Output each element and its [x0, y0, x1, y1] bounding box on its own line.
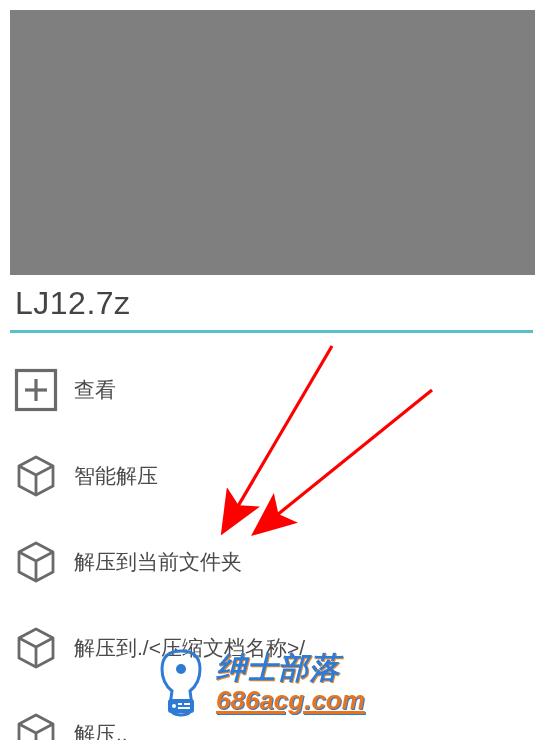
watermark-url: 686acg.com	[216, 685, 365, 716]
cube-icon	[14, 540, 58, 584]
menu-item-label: 解压..	[74, 720, 128, 741]
avatar-icon	[150, 643, 212, 721]
filename-title: LJ12.7z	[15, 285, 543, 322]
menu-item-smart-extract[interactable]: 智能解压	[14, 443, 529, 509]
divider	[10, 330, 533, 333]
cube-icon	[14, 626, 58, 670]
menu-item-label: 解压到当前文件夹	[74, 548, 242, 576]
svg-rect-9	[184, 703, 190, 705]
preview-area	[10, 10, 535, 275]
watermark: 绅士部落 686acg.com	[150, 643, 365, 721]
cube-icon	[14, 454, 58, 498]
menu-item-extract-here[interactable]: 解压到当前文件夹	[14, 529, 529, 595]
cube-icon	[14, 712, 58, 741]
svg-rect-10	[178, 707, 190, 709]
svg-rect-6	[168, 699, 194, 713]
menu-item-label: 查看	[74, 376, 116, 404]
menu-item-label: 智能解压	[74, 462, 158, 490]
watermark-title: 绅士部落	[216, 648, 365, 689]
svg-point-7	[172, 704, 176, 708]
plus-box-icon	[14, 368, 58, 412]
svg-point-5	[176, 664, 186, 674]
menu-item-view[interactable]: 查看	[14, 357, 529, 423]
svg-rect-8	[178, 703, 182, 705]
